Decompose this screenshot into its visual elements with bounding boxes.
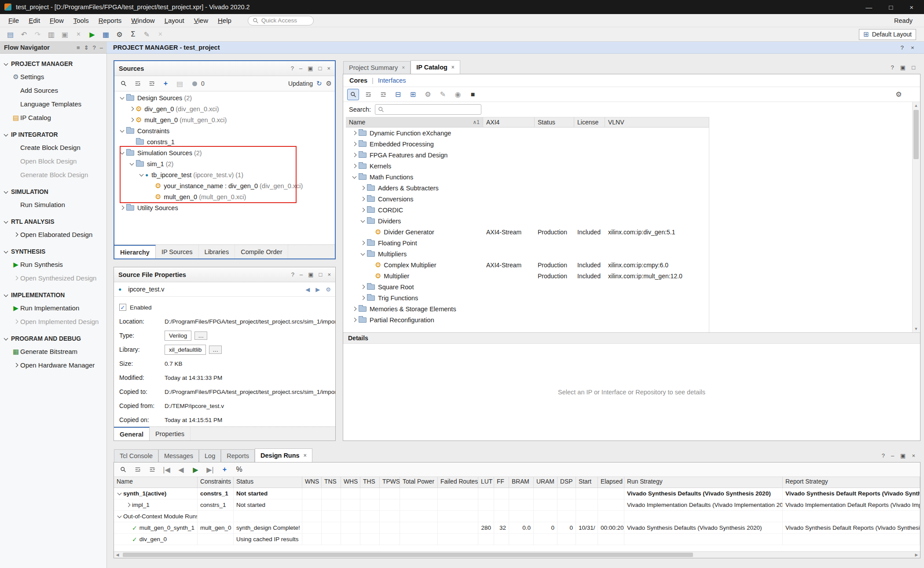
design-run-row-impl-1[interactable]: impl_1constrs_1Not startedVivado Impleme… — [114, 499, 920, 511]
source-tree-item-tb-ipcore-test[interactable]: ●tb_ipcore_test (ipcore_test.v) (1) — [114, 169, 335, 180]
help-icon[interactable]: ? — [901, 44, 904, 51]
minimize-icon[interactable]: – — [300, 271, 303, 278]
flow-item-generate-block-design[interactable]: Generate Block Design — [0, 168, 106, 182]
collapse-toggle[interactable] — [359, 250, 367, 258]
search-icon[interactable] — [347, 89, 359, 100]
collapse-toggle[interactable] — [118, 127, 126, 135]
ip-catalog-vscrollbar[interactable]: ▲ ▼ — [912, 102, 920, 332]
delete-icon[interactable]: × — [73, 29, 84, 40]
column-header-run-strategy[interactable]: Run Strategy — [624, 477, 783, 488]
ip-catalog-row-kernels[interactable]: Kernels — [346, 160, 709, 171]
flow-section-header-ip-integrator[interactable]: IP INTEGRATOR — [0, 127, 106, 141]
settings-gear-icon[interactable]: ⚙ — [326, 286, 331, 293]
expand-toggle[interactable] — [359, 239, 367, 247]
expand-toggle[interactable] — [350, 162, 358, 170]
column-header-vlnv[interactable]: VLNV — [605, 117, 709, 127]
expand-toggle[interactable] — [350, 140, 358, 148]
column-header-name[interactable]: Name∧1 — [346, 117, 483, 127]
design-run-row-synth-1[interactable]: synth_1 (active)constrs_1Not startedViva… — [114, 488, 920, 499]
layout-selector[interactable]: ⊞ Default Layout — [859, 29, 916, 40]
details-view-icon[interactable]: ■ — [467, 89, 479, 100]
undo-icon[interactable]: ↶ — [18, 29, 30, 40]
source-tree-item-constraints[interactable]: Constraints — [114, 125, 335, 136]
tab-ip-catalog[interactable]: IP Catalog× — [411, 60, 460, 74]
tab-hierarchy[interactable]: Hierarchy — [114, 245, 156, 259]
flow-item-create-block-design[interactable]: Create Block Design — [0, 141, 106, 154]
column-header-tpws[interactable]: TPWS — [380, 477, 400, 488]
source-tree-item-utility-sources[interactable]: Utility Sources — [114, 202, 335, 213]
view-cores[interactable]: Cores — [349, 77, 367, 84]
ip-catalog-row-multiplier[interactable]: ⚙MultiplierProductionIncludedxilinx.com:… — [346, 270, 709, 281]
flow-item-ip-catalog[interactable]: ▤IP Catalog — [0, 111, 106, 124]
forward-icon[interactable]: ▶ — [315, 286, 320, 293]
close-icon[interactable]: × — [304, 452, 307, 459]
float-icon[interactable]: ▣ — [308, 65, 313, 72]
open-file-icon[interactable]: ▤ — [174, 78, 186, 89]
design-runs-hscrollbar[interactable]: ◀ ▶ — [114, 551, 920, 558]
redo-icon[interactable]: ↷ — [32, 29, 44, 40]
column-header-failed-routes[interactable]: Failed Routes — [438, 477, 478, 488]
tab-project-summary[interactable]: Project Summary× — [343, 61, 411, 74]
restore-hierarchy-icon[interactable]: ⊟ — [392, 89, 404, 100]
help-icon[interactable]: ? — [93, 44, 96, 51]
column-header-status[interactable]: Status — [535, 117, 574, 127]
menu-layout[interactable]: Layout — [160, 15, 189, 26]
back-icon[interactable]: ◀ — [305, 286, 310, 293]
scroll-thumb[interactable] — [123, 553, 693, 557]
ip-catalog-row-adders-subtracters[interactable]: Adders & Subtracters — [346, 182, 709, 193]
run-icon[interactable]: ▶ — [86, 29, 98, 40]
close-icon[interactable]: × — [912, 452, 915, 459]
column-header-dsp[interactable]: DSP — [557, 477, 576, 488]
column-header-total-power[interactable]: Total Power — [400, 477, 438, 488]
ip-catalog-row-memories-storage-elements[interactable]: Memories & Storage Elements — [346, 303, 709, 314]
percent-icon[interactable]: % — [233, 464, 245, 475]
flow-section-header-rtl-analysis[interactable]: RTL ANALYSIS — [0, 214, 106, 228]
close-button[interactable]: × — [909, 4, 913, 11]
collapse-all-icon[interactable] — [362, 89, 374, 100]
scroll-thumb[interactable] — [913, 110, 919, 159]
collapse-toggle[interactable] — [118, 94, 126, 102]
settings-gear-icon[interactable]: ⚙ — [326, 80, 332, 87]
view-interfaces[interactable]: Interfaces — [378, 77, 406, 84]
column-header-status[interactable]: Status — [234, 477, 302, 488]
ip-catalog-row-partial-reconfiguration[interactable]: Partial Reconfiguration — [346, 314, 709, 325]
column-header-start[interactable]: Start — [576, 477, 598, 488]
column-header-elapsed[interactable]: Elapsed — [598, 477, 624, 488]
tab-tcl-console[interactable]: Tcl Console — [114, 449, 158, 462]
column-header-report-strategy[interactable]: Report Strategy — [783, 477, 920, 488]
refresh-icon[interactable]: ↻ — [316, 80, 322, 87]
collapse-toggle[interactable] — [137, 171, 145, 179]
ip-catalog-row-complex-multiplier[interactable]: ⚙Complex MultiplierAXI4-StreamProduction… — [346, 259, 709, 270]
program-device-icon[interactable]: ▦ — [100, 29, 112, 40]
expand-collapse-icon[interactable]: ⇕ — [84, 44, 89, 51]
expand-all-icon[interactable] — [146, 464, 158, 475]
column-header-tns[interactable]: TNS — [322, 477, 341, 488]
settings-gear-icon[interactable]: ⚙ — [114, 29, 125, 40]
flow-section-header-program-and-debug[interactable]: PROGRAM AND DEBUG — [0, 331, 106, 345]
maximize-button[interactable]: □ — [889, 4, 893, 11]
column-header-wns[interactable]: WNS — [302, 477, 322, 488]
scroll-left-icon[interactable]: ◀ — [114, 553, 121, 557]
flow-item-run-synthesis[interactable]: ▶Run Synthesis — [0, 258, 106, 271]
expand-all-icon[interactable] — [146, 78, 158, 89]
column-header-uram[interactable]: URAM — [534, 477, 557, 488]
scroll-track[interactable] — [913, 109, 920, 325]
help-icon[interactable]: ? — [882, 452, 885, 459]
flow-item-open-hardware-manager[interactable]: Open Hardware Manager — [0, 358, 106, 372]
source-tree-item-your-instance-name-div-gen-0[interactable]: ⚙your_instance_name : div_gen_0 (div_gen… — [114, 180, 335, 191]
group-by-repository-icon[interactable]: ⊞ — [407, 89, 419, 100]
close-icon[interactable]: × — [327, 271, 331, 278]
ip-catalog-row-multipliers[interactable]: Multipliers — [346, 248, 709, 259]
ip-settings-icon[interactable]: ⚙ — [422, 89, 434, 100]
flow-item-add-sources[interactable]: Add Sources — [0, 84, 106, 97]
expand-all-icon[interactable] — [377, 89, 389, 100]
property-value[interactable]: xil_defaultlib — [165, 345, 206, 355]
design-run-row-mult-gen-0-synth-1[interactable]: ✓mult_gen_0_synth_1mult_gen_0synth_desig… — [114, 522, 920, 534]
scroll-up-icon[interactable]: ▲ — [913, 102, 920, 109]
browse-button[interactable]: … — [194, 331, 207, 340]
run-icon[interactable]: ▶ — [190, 464, 202, 475]
close-icon[interactable]: × — [402, 65, 405, 71]
column-header-license[interactable]: License — [574, 117, 605, 127]
flow-item-open-block-design[interactable]: Open Block Design — [0, 154, 106, 168]
tab-reports[interactable]: Reports — [221, 449, 255, 462]
